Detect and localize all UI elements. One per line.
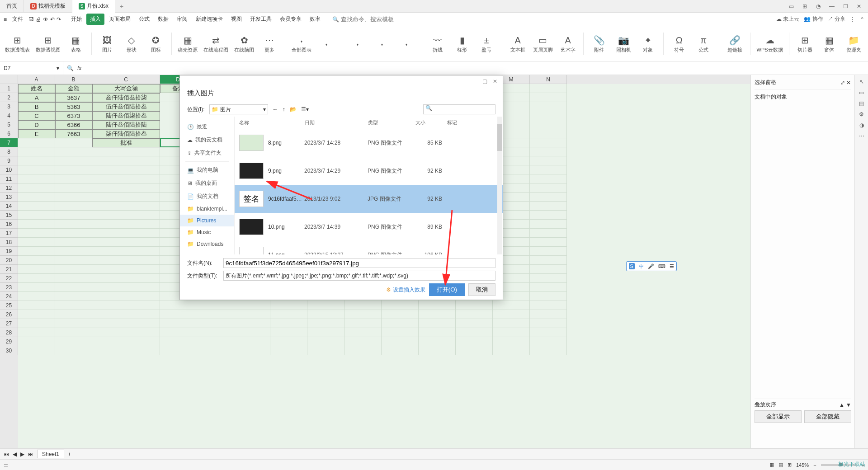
ribbon-符号[interactable]: Ω符号 <box>668 33 690 54</box>
cell[interactable] <box>270 328 307 337</box>
ribbon-资源夹[interactable]: 📁资源夹 <box>843 33 864 54</box>
cell[interactable] <box>55 247 92 256</box>
cell[interactable] <box>530 183 567 193</box>
cell[interactable] <box>18 156 55 165</box>
row-header[interactable]: 14 <box>0 202 18 211</box>
ribbon-公式[interactable]: π公式 <box>693 33 714 54</box>
cell[interactable] <box>530 120 567 129</box>
row-header[interactable]: 18 <box>0 238 18 247</box>
cell[interactable] <box>530 274 567 283</box>
cell[interactable] <box>55 193 92 202</box>
menu-tab[interactable]: 审阅 <box>173 14 191 25</box>
cell[interactable] <box>92 220 160 229</box>
ribbon-WPS云数据[interactable]: ☁WPS云数据 <box>755 33 784 54</box>
row-header[interactable]: 6 <box>0 129 18 138</box>
cell[interactable] <box>55 319 92 328</box>
location-combo[interactable]: 📁 图片 ▾ <box>209 104 268 114</box>
cell[interactable] <box>530 346 567 355</box>
cell[interactable] <box>530 238 567 247</box>
name-box[interactable]: D7 ▾ <box>0 61 63 75</box>
row-header[interactable]: 1 <box>0 84 18 93</box>
scrollbar[interactable] <box>497 117 502 254</box>
cell[interactable] <box>382 319 419 328</box>
cell[interactable] <box>530 265 567 274</box>
cell[interactable] <box>18 337 55 346</box>
cell[interactable] <box>55 202 92 211</box>
zoom-level[interactable]: 145% <box>796 462 809 468</box>
ribbon-[interactable]: ⬪ <box>347 37 368 51</box>
cell[interactable] <box>92 156 160 165</box>
ribbon-窗体[interactable]: ▦窗体 <box>818 33 840 54</box>
cell[interactable] <box>270 301 307 310</box>
menu-more-icon[interactable]: ⋮ <box>850 16 855 23</box>
cell[interactable] <box>55 301 92 310</box>
cell[interactable] <box>419 319 456 328</box>
row-header[interactable]: 12 <box>0 183 18 193</box>
cell[interactable] <box>270 319 307 328</box>
cell[interactable]: 金额 <box>55 84 92 93</box>
cell[interactable] <box>456 337 493 346</box>
cell[interactable] <box>196 337 233 346</box>
cell[interactable] <box>382 346 419 355</box>
share-button[interactable]: ↗ 分享 <box>828 15 845 23</box>
cell[interactable] <box>92 274 160 283</box>
dialog-search-input[interactable]: 🔍 <box>423 104 495 114</box>
cell[interactable] <box>233 310 270 319</box>
cell[interactable] <box>18 283 55 292</box>
row-header[interactable]: 2 <box>0 93 18 102</box>
cell[interactable]: 6366 <box>55 120 92 129</box>
formula-input[interactable] <box>85 65 864 71</box>
cell[interactable] <box>307 346 344 355</box>
window-layout-icon[interactable]: ▭ <box>785 3 797 9</box>
ribbon-图片[interactable]: 🖼图片 <box>96 33 118 54</box>
status-mode-icon[interactable]: ☰ <box>4 462 8 468</box>
nav-newfolder-icon[interactable]: 📂 <box>290 106 297 113</box>
cell[interactable] <box>160 337 196 346</box>
cell[interactable] <box>270 310 307 319</box>
cell[interactable] <box>55 147 92 156</box>
cell[interactable] <box>344 328 382 337</box>
cell[interactable] <box>92 292 160 301</box>
ribbon-艺术字[interactable]: A艺术字 <box>557 33 579 54</box>
close-icon[interactable]: ✕ <box>853 3 865 9</box>
cell[interactable] <box>456 328 493 337</box>
cell[interactable] <box>307 337 344 346</box>
cell[interactable] <box>55 346 92 355</box>
cell[interactable] <box>530 129 567 138</box>
cell[interactable] <box>18 319 55 328</box>
rail-settings-icon[interactable]: ⚙ <box>859 111 864 118</box>
sheet-nav-first-icon[interactable]: ⏮ <box>4 451 9 457</box>
fx-search-icon[interactable]: 🔍 <box>67 65 74 71</box>
cell[interactable] <box>92 165 160 174</box>
ribbon-切片器[interactable]: ⊞切片器 <box>794 33 816 54</box>
cell[interactable] <box>196 310 233 319</box>
cell[interactable] <box>456 319 493 328</box>
ribbon-照相机[interactable]: 📷照相机 <box>613 33 634 54</box>
cell[interactable] <box>530 247 567 256</box>
cell[interactable] <box>530 165 567 174</box>
cell[interactable] <box>530 229 567 238</box>
cell[interactable] <box>18 138 55 147</box>
cell[interactable]: 叁仟陆佰叁拾柒 <box>92 93 160 102</box>
cell[interactable] <box>419 346 456 355</box>
cell[interactable]: 姓名 <box>18 84 55 93</box>
cell[interactable]: 5363 <box>55 102 92 111</box>
row-header[interactable]: 19 <box>0 247 18 256</box>
sidebar-item[interactable]: 📁Music <box>180 226 234 238</box>
chevron-down-icon[interactable]: ▾ <box>57 65 59 71</box>
cell[interactable] <box>530 328 567 337</box>
cell[interactable] <box>18 183 55 193</box>
cell[interactable] <box>307 328 344 337</box>
col-header[interactable]: B <box>55 75 92 84</box>
row-header[interactable]: 22 <box>0 274 18 283</box>
cell[interactable] <box>382 310 419 319</box>
row-header[interactable]: 13 <box>0 193 18 202</box>
column-header[interactable]: 日期 <box>305 119 368 126</box>
zoom-out-icon[interactable]: − <box>813 462 816 468</box>
row-header[interactable]: 4 <box>0 111 18 120</box>
cell[interactable] <box>18 193 55 202</box>
cell[interactable] <box>92 283 160 292</box>
dialog-minimize-icon[interactable]: ▢ <box>480 78 490 85</box>
cell[interactable] <box>55 211 92 220</box>
qat-redo-icon[interactable]: ↷ <box>57 16 61 23</box>
